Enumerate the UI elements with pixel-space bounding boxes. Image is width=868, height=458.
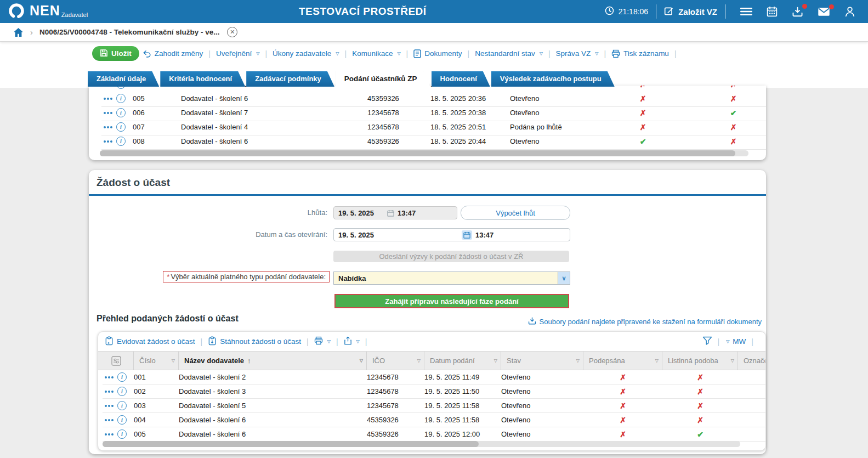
row-menu-icon[interactable] [104,98,112,100]
row-menu-icon[interactable] [105,419,114,421]
column-header-number[interactable]: Číslo▽ [134,352,179,370]
cell-supplier-name: Dodavatel - školení 2 [179,373,367,381]
info-icon[interactable]: i [117,415,127,425]
column-header-supplier[interactable]: Název dodavatele↑▽ [179,352,367,370]
filter-caret-icon[interactable]: ▽ [731,358,734,363]
cell-paper: ✗ [662,416,738,425]
download-files-link[interactable]: Soubory podání najdete připravené ke sta… [528,317,762,326]
column-header-paper[interactable]: Listinná podoba▽ [662,352,738,370]
horizontal-scrollbar[interactable] [100,150,748,156]
home-icon[interactable] [13,27,24,37]
column-header-ico[interactable]: IČO▽ [367,352,424,370]
share-icon [344,336,352,347]
chevron-down-icon[interactable]: ∨ [558,272,570,284]
info-icon[interactable]: i [117,401,127,410]
menu-icon[interactable] [740,7,752,16]
download-requests-button[interactable]: Stáhnout žádosti o účast [208,336,301,347]
tab-hodnocen[interactable]: Hodnocení [432,71,490,87]
table-row[interactable]: i007Dodavatel - školení 41234567818. 5. … [101,121,766,135]
downloads-icon[interactable] [792,7,803,17]
table-row[interactable]: i005Dodavatel - školení 64535932619. 5. … [103,427,765,442]
filter-caret-icon[interactable]: ▽ [494,358,497,363]
row-menu-icon[interactable] [105,433,114,436]
start-next-phase-button[interactable]: Zahájit přípravu následující fáze podání [334,294,569,308]
info-icon[interactable]: i [116,137,126,146]
toolbar-item-komunikace[interactable]: Komunikace▽ [352,49,400,58]
save-button[interactable]: Uložit [92,46,139,61]
row-menu-icon[interactable] [105,391,114,393]
create-vz-button[interactable]: Založit VZ [664,6,717,18]
tab-zad-vac-podm-nky[interactable]: Zadávací podmínky [246,71,334,87]
register-request-button[interactable]: Evidovat žádost o účast [105,336,195,347]
close-icon[interactable]: ✕ [227,27,237,37]
table-row[interactable]: i008Dodavatel - školení 64535932618. 5. … [101,135,766,150]
column-header-marked[interactable]: Označe [738,352,766,370]
table-row[interactable]: i001Dodavatel - školení 21234567819. 5. … [103,370,765,385]
export-button[interactable]: ▽ [344,336,360,347]
table-row[interactable]: i005Dodavatel - školení 64535932618. 5. … [101,93,766,107]
submission-type-label: *Výběr aktuálně platného typu podání dod… [163,271,330,282]
calendar-small-icon[interactable] [462,230,472,240]
cell-status: Otevřeno [510,94,598,103]
info-icon[interactable]: i [117,387,127,396]
cross-icon: ✗ [730,137,737,146]
messages-icon[interactable] [818,7,830,16]
cell-paper: ✗ [688,86,766,89]
submission-type-select[interactable]: Nabídka ∨ [333,272,570,285]
deadline-input[interactable]: 19. 5. 2025 13:47 [333,206,457,219]
toolbar-item-kony-zadavatele[interactable]: Úkony zadavatele▽ [273,49,339,58]
row-menu-icon[interactable] [105,376,114,378]
filter-caret-icon[interactable]: ▽ [360,358,363,363]
toolbar-item-zahodit-zm-ny[interactable]: Zahodit změny [143,49,203,58]
scrollbar-thumb[interactable] [100,150,735,156]
horizontal-scrollbar[interactable] [103,441,740,447]
toolbar-item-uve-ejn-n[interactable]: Uveřejnění▽ [216,49,259,58]
filter-caret-icon[interactable]: ▽ [417,358,421,363]
row-menu-icon[interactable] [104,140,112,143]
tab-pod-n-astn-k-zp[interactable]: Podání účastníků ZP [336,71,430,87]
row-menu-icon[interactable] [105,405,114,407]
user-profile-icon[interactable] [844,6,855,17]
column-header-status[interactable]: Stav▽ [501,352,583,370]
info-icon[interactable]: i [117,429,127,439]
toolbar-item-spr-va-vz[interactable]: Správa VZ▽ [556,49,599,58]
row-menu-icon[interactable] [104,126,112,128]
nen-logo[interactable]: NEN Zadavatel [8,2,88,22]
calendar-small-icon[interactable] [387,210,394,217]
cell-status: Podána po lhůtě [510,123,598,131]
column-header-signed[interactable]: Podepsána▽ [583,352,662,370]
document-icon [413,49,421,58]
tab-krit-ria-hodnocen[interactable]: Kritéria hodnocení [160,71,245,87]
toolbar-item-tisk-z-znamu[interactable]: Tisk záznamu [611,49,669,58]
tab-strip: Základní údajeKritéria hodnoceníZadávací… [88,71,616,87]
filter-caret-icon[interactable]: ▽ [576,358,580,363]
info-icon[interactable]: i [116,94,126,103]
print-table-button[interactable]: ▽ [314,336,331,347]
toolbar-item-dokumenty[interactable]: Dokumenty [413,49,462,58]
table-row[interactable]: i006Dodavatel - školení 71234567818. 5. … [101,107,766,121]
table-row[interactable]: i002Dodavatel - školení 31234567819. 5. … [103,385,765,399]
deadline-calc-button[interactable]: Výpočet lhůt [461,206,570,220]
download-requests-label: Stáhnout žádosti o účast [220,337,301,346]
table-row[interactable]: i004Dodavatel - školení 64535932619. 5. … [103,413,765,427]
breadcrumb-item[interactable]: N006/25/V00004748 - Telekomunikační služ… [39,28,219,36]
row-menu-icon[interactable] [104,112,112,114]
tab-v-sledek-zad-vac-ho-postupu[interactable]: Výsledek zadávacího postupu [491,71,615,87]
filter-caret-icon[interactable]: ▽ [172,358,175,363]
info-icon[interactable]: i [117,372,127,382]
cell-date: 18. 5. 2025 20:38 [430,109,510,117]
column-header-date[interactable]: Datum podání▽ [424,352,501,370]
opening-input[interactable]: 19. 5. 2025 13:47 [333,228,570,241]
filter-caret-icon[interactable]: ▽ [655,358,659,363]
calendar-icon[interactable] [767,6,778,17]
mw-view-button[interactable]: ▽ MW [725,337,746,346]
info-icon[interactable]: i [116,108,126,117]
column-settings-button[interactable] [103,352,134,370]
tab-z-kladn-daje[interactable]: Základní údaje [88,71,159,87]
filter-button[interactable] [702,336,712,347]
compose-icon [664,6,674,18]
scrollbar-thumb[interactable] [103,441,479,447]
info-icon[interactable]: i [116,122,126,132]
toolbar-item-nestandardn-stav[interactable]: Nestandardní stav▽ [475,49,543,58]
table-row[interactable]: i003Dodavatel - školení 51234567819. 5. … [103,399,765,413]
